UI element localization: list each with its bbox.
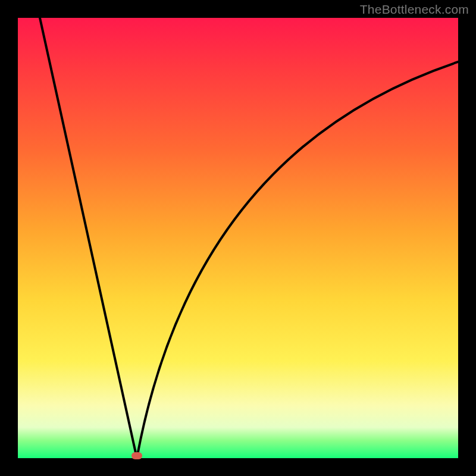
bottleneck-curve xyxy=(18,18,458,458)
minimum-marker xyxy=(131,452,142,459)
plot-area xyxy=(18,18,458,458)
curve-left-branch xyxy=(40,18,137,458)
watermark-text: TheBottleneck.com xyxy=(360,2,469,17)
chart-frame: TheBottleneck.com xyxy=(0,0,476,476)
curve-right-branch xyxy=(137,62,458,458)
